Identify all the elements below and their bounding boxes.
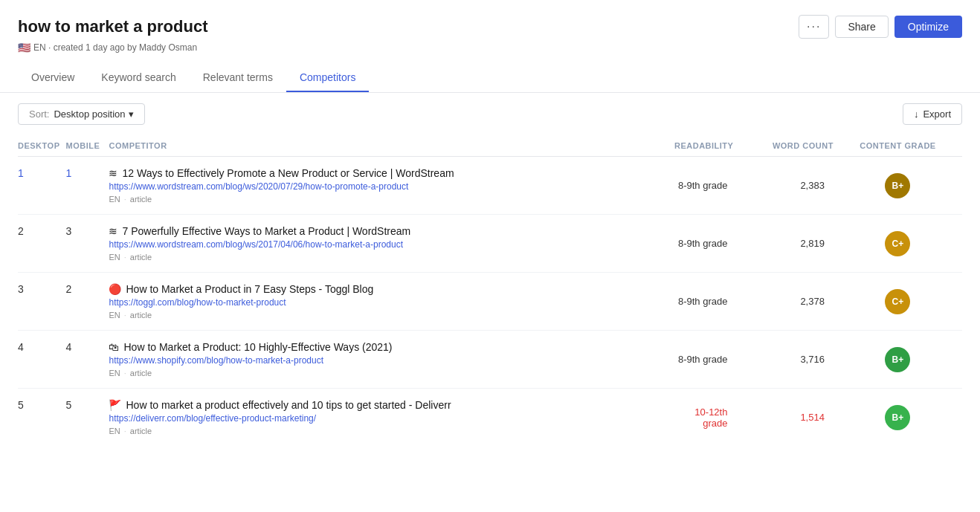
- table-row: 23≋7 Powerfully Effective Ways to Market…: [18, 215, 962, 273]
- table-row: 55🚩How to market a product effectively a…: [18, 389, 962, 447]
- page-meta: 🇺🇸 EN · created 1 day ago by Maddy Osman: [18, 42, 962, 54]
- content-grade-value: C+: [839, 273, 962, 331]
- competitor-icon: ≋: [109, 225, 117, 237]
- competitor-url[interactable]: https://www.wordstream.com/blog/ws/2020/…: [109, 181, 636, 192]
- mobile-rank: 5: [65, 389, 109, 447]
- competitor-title: 🛍How to Market a Product: 10 Highly-Effe…: [109, 341, 636, 353]
- competitor-icon: 🚩: [109, 399, 121, 411]
- competitor-info: 🚩How to market a product effectively and…: [109, 389, 642, 447]
- tab-keyword-search[interactable]: Keyword search: [88, 64, 189, 92]
- content-grade-value: C+: [839, 215, 962, 273]
- desktop-rank: 5: [18, 389, 65, 447]
- header-actions: ··· Share Optimize: [799, 15, 962, 39]
- readability-value: 8-9th grade: [642, 273, 740, 331]
- more-button[interactable]: ···: [799, 15, 829, 39]
- readability-value: 10-12thgrade: [642, 389, 740, 447]
- word-count-value: 2,819: [739, 215, 839, 273]
- table-row: 44🛍How to Market a Product: 10 Highly-Ef…: [18, 331, 962, 389]
- readability-value: 8-9th grade: [642, 331, 740, 389]
- competitor-meta: EN·article: [109, 253, 636, 262]
- competitor-meta: EN·article: [109, 195, 636, 204]
- table-row: 11≋12 Ways to Effectively Promote a New …: [18, 157, 962, 215]
- competitors-table: DESKTOP MOBILE COMPETITOR READABILITY WO…: [18, 135, 962, 446]
- chevron-down-icon: ▾: [129, 108, 134, 120]
- competitor-info: ≋12 Ways to Effectively Promote a New Pr…: [109, 157, 642, 215]
- page-title: how to market a product: [18, 17, 207, 36]
- grade-badge: B+: [885, 173, 910, 198]
- tab-overview[interactable]: Overview: [18, 64, 88, 92]
- col-readability: READABILITY: [642, 135, 740, 157]
- meta-text: EN · created 1 day ago by Maddy Osman: [33, 42, 197, 53]
- tab-competitors[interactable]: Competitors: [286, 64, 369, 92]
- competitor-title-text: How to Market a Product in 7 Easy Steps …: [126, 283, 373, 295]
- competitor-title-text: 7 Powerfully Effective Ways to Market a …: [122, 225, 410, 237]
- competitor-icon: 🛍: [109, 341, 119, 353]
- export-label: Export: [923, 108, 951, 120]
- desktop-rank: 3: [18, 273, 65, 331]
- grade-badge: C+: [885, 231, 910, 256]
- competitor-url[interactable]: https://www.shopify.com/blog/how-to-mark…: [109, 355, 636, 366]
- competitor-info: 🔴How to Market a Product in 7 Easy Steps…: [109, 273, 642, 331]
- competitor-url[interactable]: https://toggl.com/blog/how-to-market-pro…: [109, 297, 636, 308]
- competitor-title: 🔴How to Market a Product in 7 Easy Steps…: [109, 283, 636, 295]
- content-grade-value: B+: [839, 389, 962, 447]
- competitor-info: 🛍How to Market a Product: 10 Highly-Effe…: [109, 331, 642, 389]
- mobile-rank: 2: [65, 273, 109, 331]
- sort-label: Sort:: [29, 108, 49, 120]
- mobile-rank: 1: [65, 157, 109, 215]
- desktop-rank: 2: [18, 215, 65, 273]
- competitor-meta: EN·article: [109, 311, 636, 320]
- word-count-value: 2,383: [739, 157, 839, 215]
- toolbar: Sort: Desktop position ▾ ↓ Export: [0, 93, 980, 135]
- competitor-title-text: How to Market a Product: 10 Highly-Effec…: [123, 341, 392, 353]
- page-header: how to market a product ··· Share Optimi…: [0, 0, 980, 93]
- competitor-title-text: How to market a product effectively and …: [126, 399, 451, 411]
- col-desktop: DESKTOP: [18, 135, 65, 157]
- col-competitor: COMPETITOR: [109, 135, 642, 157]
- grade-badge: C+: [885, 289, 910, 314]
- col-mobile: MOBILE: [65, 135, 109, 157]
- word-count-value: 1,514: [739, 389, 839, 447]
- word-count-value: 3,716: [739, 331, 839, 389]
- tab-relevant-terms[interactable]: Relevant terms: [190, 64, 286, 92]
- competitors-table-wrap: DESKTOP MOBILE COMPETITOR READABILITY WO…: [0, 135, 980, 446]
- mobile-rank: 4: [65, 331, 109, 389]
- download-icon: ↓: [914, 108, 919, 120]
- grade-badge: B+: [885, 405, 910, 430]
- table-row: 32🔴How to Market a Product in 7 Easy Ste…: [18, 273, 962, 331]
- competitor-title: ≋7 Powerfully Effective Ways to Market a…: [109, 225, 636, 237]
- sort-button[interactable]: Sort: Desktop position ▾: [18, 103, 145, 125]
- word-count-value: 2,378: [739, 273, 839, 331]
- competitor-title: ≋12 Ways to Effectively Promote a New Pr…: [109, 167, 636, 179]
- export-button[interactable]: ↓ Export: [903, 103, 962, 125]
- competitor-meta: EN·article: [109, 369, 636, 377]
- tab-nav: Overview Keyword search Relevant terms C…: [18, 64, 962, 92]
- share-button[interactable]: Share: [835, 16, 888, 38]
- competitor-info: ≋7 Powerfully Effective Ways to Market a…: [109, 215, 642, 273]
- content-grade-value: B+: [839, 157, 962, 215]
- optimize-button[interactable]: Optimize: [894, 16, 962, 38]
- col-content-grade: CONTENT GRADE: [839, 135, 962, 157]
- competitor-title: 🚩How to market a product effectively and…: [109, 399, 636, 411]
- competitor-title-text: 12 Ways to Effectively Promote a New Pro…: [122, 167, 454, 179]
- grade-badge: B+: [885, 347, 910, 372]
- readability-value: 8-9th grade: [642, 215, 740, 273]
- mobile-rank: 3: [65, 215, 109, 273]
- content-grade-value: B+: [839, 331, 962, 389]
- readability-value: 8-9th grade: [642, 157, 740, 215]
- competitor-icon: 🔴: [109, 283, 121, 295]
- sort-value: Desktop position: [54, 108, 125, 120]
- desktop-rank: 4: [18, 331, 65, 389]
- competitor-url[interactable]: https://www.wordstream.com/blog/ws/2017/…: [109, 239, 636, 250]
- flag-icon: 🇺🇸: [18, 42, 30, 54]
- competitor-url[interactable]: https://deliverr.com/blog/effective-prod…: [109, 413, 636, 424]
- desktop-rank: 1: [18, 157, 65, 215]
- col-word-count: WORD COUNT: [739, 135, 839, 157]
- competitor-icon: ≋: [109, 167, 117, 179]
- competitor-meta: EN·article: [109, 427, 636, 435]
